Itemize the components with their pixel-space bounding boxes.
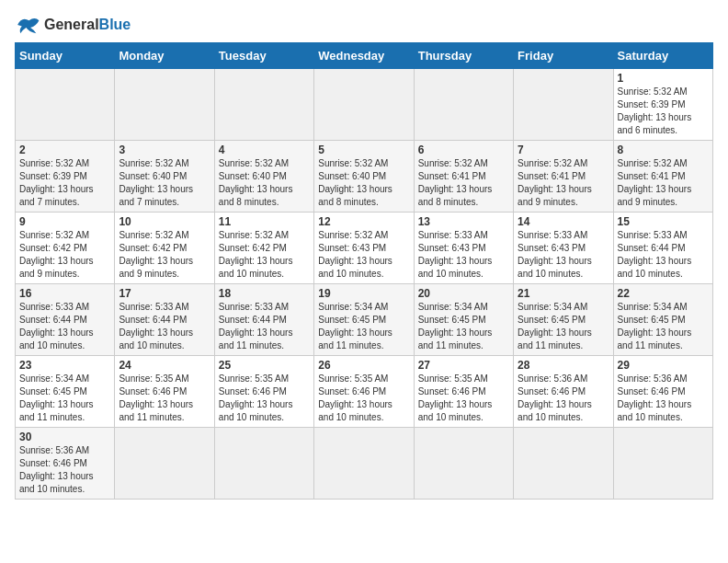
weekday-header-friday: Friday: [514, 43, 613, 69]
calendar-cell: [414, 428, 513, 500]
calendar-cell: 25Sunrise: 5:35 AM Sunset: 6:46 PM Dayli…: [214, 356, 313, 428]
day-info: Sunrise: 5:32 AM Sunset: 6:41 PM Dayligh…: [418, 157, 509, 209]
day-info: Sunrise: 5:33 AM Sunset: 6:43 PM Dayligh…: [518, 229, 609, 281]
logo-bird-icon: [15, 15, 40, 35]
weekday-header-thursday: Thursday: [414, 43, 513, 69]
day-number: 7: [518, 144, 609, 156]
day-number: 5: [318, 144, 409, 156]
calendar-cell: 15Sunrise: 5:33 AM Sunset: 6:44 PM Dayli…: [613, 213, 712, 284]
day-number: 29: [618, 359, 709, 372]
logo-text: GeneralBlue: [44, 16, 131, 33]
calendar-cell: 27Sunrise: 5:35 AM Sunset: 6:46 PM Dayli…: [414, 356, 513, 428]
calendar-table: SundayMondayTuesdayWednesdayThursdayFrid…: [15, 42, 713, 500]
day-number: 15: [618, 215, 709, 228]
calendar-cell: [314, 428, 414, 500]
day-info: Sunrise: 5:34 AM Sunset: 6:45 PM Dayligh…: [318, 301, 409, 352]
day-info: Sunrise: 5:33 AM Sunset: 6:44 PM Dayligh…: [119, 301, 210, 352]
day-info: Sunrise: 5:35 AM Sunset: 6:46 PM Dayligh…: [119, 373, 210, 424]
calendar-cell: 1Sunrise: 5:32 AM Sunset: 6:39 PM Daylig…: [613, 69, 712, 141]
day-info: Sunrise: 5:33 AM Sunset: 6:44 PM Dayligh…: [618, 229, 709, 281]
day-number: 14: [518, 215, 609, 228]
calendar-week-row: 2Sunrise: 5:32 AM Sunset: 6:39 PM Daylig…: [16, 141, 713, 213]
day-number: 26: [318, 359, 409, 372]
day-number: 4: [219, 144, 310, 156]
calendar-week-row: 30Sunrise: 5:36 AM Sunset: 6:46 PM Dayli…: [16, 428, 713, 500]
day-info: Sunrise: 5:33 AM Sunset: 6:44 PM Dayligh…: [219, 301, 310, 352]
calendar-cell: [613, 428, 712, 500]
calendar-cell: 2Sunrise: 5:32 AM Sunset: 6:39 PM Daylig…: [16, 141, 115, 213]
day-number: 8: [618, 144, 709, 156]
calendar-cell: 8Sunrise: 5:32 AM Sunset: 6:41 PM Daylig…: [613, 141, 712, 213]
calendar-cell: 18Sunrise: 5:33 AM Sunset: 6:44 PM Dayli…: [214, 284, 313, 356]
weekday-header-sunday: Sunday: [16, 43, 115, 69]
weekday-header-tuesday: Tuesday: [214, 43, 313, 69]
day-number: 12: [318, 215, 409, 228]
calendar-cell: 26Sunrise: 5:35 AM Sunset: 6:46 PM Dayli…: [314, 356, 414, 428]
header: GeneralBlue: [15, 15, 713, 35]
day-info: Sunrise: 5:32 AM Sunset: 6:41 PM Dayligh…: [518, 157, 609, 209]
calendar-cell: 23Sunrise: 5:34 AM Sunset: 6:45 PM Dayli…: [16, 356, 115, 428]
weekday-header-monday: Monday: [115, 43, 214, 69]
day-number: 27: [418, 359, 509, 372]
day-info: Sunrise: 5:32 AM Sunset: 6:42 PM Dayligh…: [219, 229, 310, 281]
day-info: Sunrise: 5:32 AM Sunset: 6:40 PM Dayligh…: [119, 157, 210, 209]
calendar-cell: [514, 69, 613, 141]
weekday-header-saturday: Saturday: [613, 43, 712, 69]
calendar-cell: 30Sunrise: 5:36 AM Sunset: 6:46 PM Dayli…: [16, 428, 115, 500]
calendar-cell: [214, 428, 313, 500]
day-info: Sunrise: 5:32 AM Sunset: 6:39 PM Dayligh…: [618, 86, 709, 137]
calendar-cell: 19Sunrise: 5:34 AM Sunset: 6:45 PM Dayli…: [314, 284, 414, 356]
calendar-cell: [115, 428, 214, 500]
calendar-cell: 7Sunrise: 5:32 AM Sunset: 6:41 PM Daylig…: [514, 141, 613, 213]
day-info: Sunrise: 5:32 AM Sunset: 6:42 PM Dayligh…: [19, 229, 110, 281]
calendar-cell: 10Sunrise: 5:32 AM Sunset: 6:42 PM Dayli…: [115, 213, 214, 284]
calendar-cell: 11Sunrise: 5:32 AM Sunset: 6:42 PM Dayli…: [214, 213, 313, 284]
day-number: 10: [119, 215, 210, 228]
calendar-week-row: 23Sunrise: 5:34 AM Sunset: 6:45 PM Dayli…: [16, 356, 713, 428]
day-info: Sunrise: 5:36 AM Sunset: 6:46 PM Dayligh…: [19, 444, 110, 496]
day-number: 20: [418, 287, 509, 300]
calendar-cell: [115, 69, 214, 141]
calendar-cell: [16, 69, 115, 141]
calendar-cell: 13Sunrise: 5:33 AM Sunset: 6:43 PM Dayli…: [414, 213, 513, 284]
calendar-cell: [514, 428, 613, 500]
day-info: Sunrise: 5:33 AM Sunset: 6:43 PM Dayligh…: [418, 229, 509, 281]
calendar-cell: 6Sunrise: 5:32 AM Sunset: 6:41 PM Daylig…: [414, 141, 513, 213]
calendar-cell: 29Sunrise: 5:36 AM Sunset: 6:46 PM Dayli…: [613, 356, 712, 428]
day-number: 30: [19, 431, 110, 443]
calendar-cell: 16Sunrise: 5:33 AM Sunset: 6:44 PM Dayli…: [16, 284, 115, 356]
calendar-cell: [314, 69, 414, 141]
day-info: Sunrise: 5:35 AM Sunset: 6:46 PM Dayligh…: [418, 373, 509, 424]
day-number: 23: [19, 359, 110, 372]
day-number: 16: [19, 287, 110, 300]
day-info: Sunrise: 5:34 AM Sunset: 6:45 PM Dayligh…: [418, 301, 509, 352]
day-number: 25: [219, 359, 310, 372]
day-number: 18: [219, 287, 310, 300]
calendar-cell: 12Sunrise: 5:32 AM Sunset: 6:43 PM Dayli…: [314, 213, 414, 284]
weekday-header-row: SundayMondayTuesdayWednesdayThursdayFrid…: [16, 43, 713, 69]
calendar-cell: 24Sunrise: 5:35 AM Sunset: 6:46 PM Dayli…: [115, 356, 214, 428]
day-number: 28: [518, 359, 609, 372]
calendar-cell: 5Sunrise: 5:32 AM Sunset: 6:40 PM Daylig…: [314, 141, 414, 213]
day-number: 9: [19, 215, 110, 228]
day-info: Sunrise: 5:36 AM Sunset: 6:46 PM Dayligh…: [518, 373, 609, 424]
calendar-cell: 4Sunrise: 5:32 AM Sunset: 6:40 PM Daylig…: [214, 141, 313, 213]
day-number: 22: [618, 287, 709, 300]
day-number: 19: [318, 287, 409, 300]
calendar-week-row: 16Sunrise: 5:33 AM Sunset: 6:44 PM Dayli…: [16, 284, 713, 356]
day-info: Sunrise: 5:32 AM Sunset: 6:43 PM Dayligh…: [318, 229, 409, 281]
day-number: 24: [119, 359, 210, 372]
calendar-cell: [414, 69, 513, 141]
calendar-cell: [214, 69, 313, 141]
day-number: 3: [119, 144, 210, 156]
calendar-cell: 22Sunrise: 5:34 AM Sunset: 6:45 PM Dayli…: [613, 284, 712, 356]
day-info: Sunrise: 5:32 AM Sunset: 6:40 PM Dayligh…: [318, 157, 409, 209]
day-number: 11: [219, 215, 310, 228]
day-number: 21: [518, 287, 609, 300]
day-info: Sunrise: 5:36 AM Sunset: 6:46 PM Dayligh…: [618, 373, 709, 424]
day-info: Sunrise: 5:35 AM Sunset: 6:46 PM Dayligh…: [219, 373, 310, 424]
calendar-cell: 20Sunrise: 5:34 AM Sunset: 6:45 PM Dayli…: [414, 284, 513, 356]
calendar-week-row: 1Sunrise: 5:32 AM Sunset: 6:39 PM Daylig…: [16, 69, 713, 141]
calendar-cell: 17Sunrise: 5:33 AM Sunset: 6:44 PM Dayli…: [115, 284, 214, 356]
day-number: 2: [19, 144, 110, 156]
